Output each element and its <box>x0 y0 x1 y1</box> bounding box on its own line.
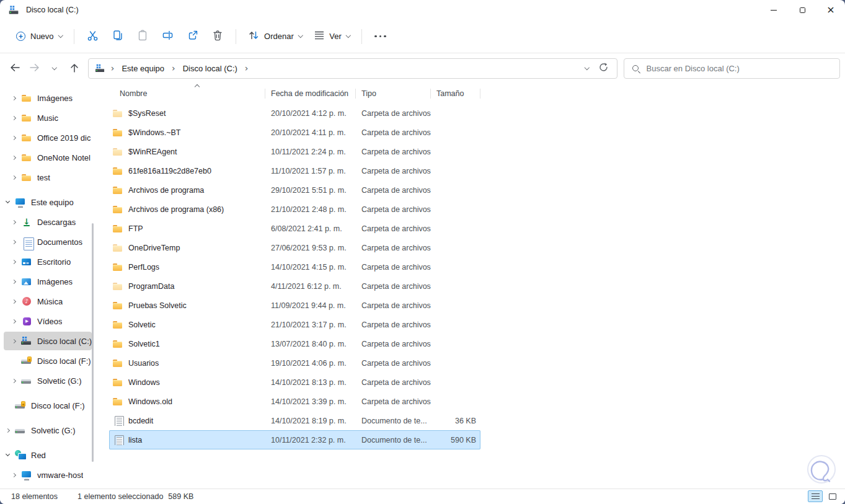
close-button[interactable]: × <box>816 0 845 20</box>
back-button[interactable] <box>5 59 25 79</box>
pictures-icon <box>21 276 32 287</box>
chevron-down-icon[interactable] <box>6 452 10 456</box>
file-name-cell: Archivos de programa (x86) <box>109 204 265 214</box>
chevron-right-icon[interactable] <box>12 95 16 100</box>
folder-icon <box>112 242 123 253</box>
file-row-lista[interactable]: lista10/11/2021 2:32 p. m.Documento de t… <box>109 430 480 449</box>
file-row-windows-bt[interactable]: $Windows.~BT20/10/2021 4:11 p. m.Carpeta… <box>109 123 480 142</box>
sidebar-item-disco-local-f[interactable]: Disco local (F:) <box>4 351 92 370</box>
chevron-right-icon[interactable] <box>12 239 16 244</box>
view-button[interactable]: Ver <box>308 26 356 46</box>
thumbnails-view-button[interactable] <box>825 490 840 502</box>
paste-button[interactable] <box>130 25 155 48</box>
rename-button[interactable] <box>155 25 180 48</box>
view-lines-icon <box>314 31 324 42</box>
column-header-tipo[interactable]: Tipo <box>356 84 431 104</box>
file-row-programdata[interactable]: ProgramData4/11/2021 6:12 p. m.Carpeta d… <box>109 276 480 296</box>
sidebar-item-solvetic-g[interactable]: Solvetic (G:) <box>4 371 92 390</box>
file-row-onedrivetemp[interactable]: OneDriveTemp27/06/2021 9:53 p. m.Carpeta… <box>109 238 480 257</box>
file-row-windows-old[interactable]: Windows.old14/10/2021 3:39 p. m.Carpeta … <box>109 392 480 411</box>
sidebar-item-music[interactable]: Music <box>4 108 92 127</box>
chevron-right-icon[interactable] <box>12 135 16 139</box>
chevron-right-icon[interactable] <box>12 319 16 323</box>
search-input[interactable]: Buscar en Disco local (C:) <box>624 58 841 79</box>
sidebar-item-disco-local-f[interactable]: Disco local (F:) <box>4 396 92 415</box>
new-button[interactable]: + Nuevo <box>10 27 68 46</box>
chevron-right-icon[interactable] <box>6 428 10 432</box>
copy-button[interactable] <box>105 25 130 48</box>
chevron-right-icon[interactable] <box>12 259 16 263</box>
address-bar[interactable]: › Este equipo › Disco local (C:) › <box>88 58 617 79</box>
chevron-down-icon[interactable] <box>6 199 10 203</box>
forward-button[interactable] <box>25 59 45 79</box>
file-row-archivos-de-programa-x86[interactable]: Archivos de programa (x86)21/10/2021 2:4… <box>109 200 480 219</box>
chevron-right-icon[interactable] <box>12 175 16 179</box>
file-name: Solvetic1 <box>128 340 160 348</box>
sidebar-item-test[interactable]: test <box>4 168 92 187</box>
sidebar-item-escritorio[interactable]: Escritorio <box>4 252 92 271</box>
sidebar-item-v-deos[interactable]: Vídeos <box>4 312 92 330</box>
file-date: 14/10/2021 4:15 p. m. <box>265 263 356 272</box>
sidebar-item-disco-local-c[interactable]: Disco local (C:) <box>4 332 92 350</box>
column-header-tamano[interactable]: Tamaño <box>431 84 480 104</box>
file-row-pruebas-solvetic[interactable]: Pruebas Solvetic11/09/2021 9:44 p. m.Car… <box>109 296 480 315</box>
sidebar-item-label: Este equipo <box>31 198 74 207</box>
more-options-button[interactable] <box>368 30 393 43</box>
file-size: 590 KB <box>431 436 480 444</box>
sidebar-item-m-sica[interactable]: Música <box>4 292 92 311</box>
sidebar-item-solvetic-g[interactable]: Solvetic (G:) <box>4 421 92 440</box>
minimize-button[interactable] <box>759 0 788 20</box>
address-dropdown-chevron[interactable] <box>585 65 590 70</box>
file-row-windows[interactable]: Windows14/10/2021 8:13 p. m.Carpeta de a… <box>109 373 480 392</box>
file-row-sysreset[interactable]: $SysReset20/10/2021 4:12 p. m.Carpeta de… <box>109 104 480 123</box>
file-row-solvetic1[interactable]: Solvetic113/07/2021 8:40 p. m.Carpeta de… <box>109 334 480 353</box>
share-button[interactable] <box>180 25 205 48</box>
chevron-right-icon[interactable] <box>12 299 16 303</box>
file-row-usuarios[interactable]: Usuarios19/10/2021 4:06 p. m.Carpeta de … <box>109 353 480 373</box>
chevron-right-icon[interactable] <box>12 472 16 477</box>
text-file-icon <box>112 435 123 445</box>
file-row-winreagent[interactable]: $WinREAgent10/11/2021 2:24 p. m.Carpeta … <box>109 142 480 161</box>
file-row-perflogs[interactable]: PerfLogs14/10/2021 4:15 p. m.Carpeta de … <box>109 257 480 276</box>
sidebar-item-im-genes[interactable]: Imágenes <box>4 272 92 291</box>
chevron-right-icon[interactable] <box>12 279 16 283</box>
sidebar-item-descargas[interactable]: Descargas <box>4 213 92 231</box>
file-name-cell: ProgramData <box>109 281 265 291</box>
file-name: FTP <box>128 224 143 233</box>
details-view-button[interactable] <box>808 490 823 502</box>
up-button[interactable] <box>64 59 84 79</box>
refresh-icon[interactable] <box>599 63 608 74</box>
cut-button[interactable] <box>80 25 105 48</box>
sidebar-item-onenote-notel[interactable]: OneNote Notel <box>4 148 92 167</box>
column-header-fecha[interactable]: Fecha de modificación <box>265 84 356 104</box>
recent-locations-button[interactable] <box>45 59 64 79</box>
sidebar-item-este-equipo[interactable]: Este equipo <box>4 193 92 211</box>
drive-icon <box>15 425 26 436</box>
sidebar-item-office-2019-dic[interactable]: Office 2019 dic <box>4 128 92 147</box>
file-row-ftp[interactable]: FTP6/08/2021 2:41 p. m.Carpeta de archiv… <box>109 219 480 238</box>
chevron-right-icon[interactable] <box>12 155 16 159</box>
chevron-right-icon[interactable] <box>12 378 16 382</box>
sidebar-item-documentos[interactable]: Documentos <box>4 232 92 251</box>
chevron-right-icon[interactable] <box>12 115 16 120</box>
sidebar-item-red[interactable]: Red <box>4 446 92 464</box>
column-header-nombre[interactable]: Nombre <box>109 84 265 104</box>
sidebar-item-label: Imágenes <box>37 94 73 103</box>
chevron-right-icon[interactable] <box>12 219 16 224</box>
maximize-button[interactable] <box>788 0 816 20</box>
delete-button[interactable] <box>205 25 230 48</box>
sidebar-item-vmware-host[interactable]: vmware-host <box>4 466 92 484</box>
sort-button[interactable]: Ordenar <box>242 25 308 48</box>
chevron-right-icon[interactable] <box>12 338 16 343</box>
folder-icon <box>21 172 32 183</box>
file-name: 61fe816a119c2d8e7eb0 <box>128 167 211 175</box>
file-row-bcdedit[interactable]: bcdedit14/10/2021 8:19 p. m.Documento de… <box>109 411 480 430</box>
file-row-61fe816a119c2d8e7eb0[interactable]: 61fe816a119c2d8e7eb011/10/2021 1:57 p. m… <box>109 161 480 180</box>
breadcrumb-disco-local-c[interactable]: Disco local (C:) <box>180 62 240 75</box>
breadcrumb-este-equipo[interactable]: Este equipo <box>119 62 167 75</box>
sidebar-item-im-genes[interactable]: Imágenes <box>4 89 92 107</box>
file-name-cell: Pruebas Solvetic <box>109 300 265 311</box>
sidebar-scrollbar[interactable] <box>92 223 94 462</box>
file-row-archivos-de-programa[interactable]: Archivos de programa29/10/2021 5:51 p. m… <box>109 180 480 200</box>
file-row-solvetic[interactable]: Solvetic21/10/2021 3:17 p. m.Carpeta de … <box>109 315 480 334</box>
